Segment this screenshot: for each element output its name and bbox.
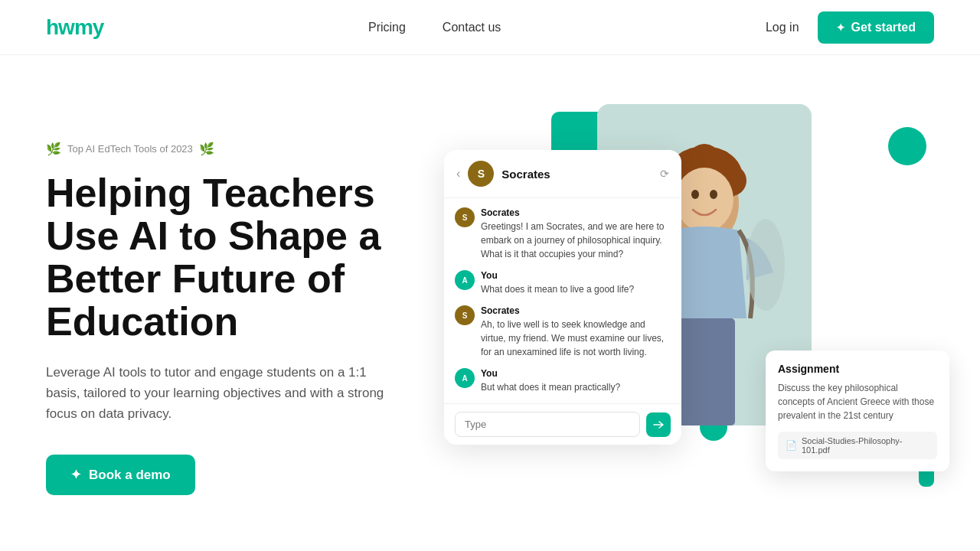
socrates-avatar-2: S bbox=[455, 305, 475, 325]
svg-point-10 bbox=[710, 190, 717, 199]
book-demo-button[interactable]: ✦ Book a demo bbox=[46, 455, 195, 495]
message-text: Ah, to live well is to seek knowledge an… bbox=[481, 318, 671, 359]
logo: hwmy bbox=[46, 15, 103, 40]
file-icon: 📄 bbox=[786, 440, 797, 451]
sparkle-icon-demo: ✦ bbox=[70, 467, 81, 483]
chat-widget: ‹ S Socrates ⟳ S Socrates Greetings! I a… bbox=[444, 150, 681, 445]
leaf-right-icon: 🌿 bbox=[199, 142, 214, 156]
hero-left: 🌿 Top AI EdTech Tools of 2023 🌿 Helping … bbox=[46, 142, 444, 495]
deco-circle-top-right bbox=[888, 127, 926, 165]
login-button[interactable]: Log in bbox=[766, 21, 799, 34]
user-avatar-1: A bbox=[455, 270, 475, 290]
chat-avatar: S bbox=[468, 161, 494, 187]
assignment-card: Assignment Discuss the key philosophical… bbox=[766, 350, 949, 471]
chat-messages: S Socrates Greetings! I am Socrates, and… bbox=[444, 198, 681, 403]
message-row: A You What does it mean to live a good l… bbox=[455, 270, 671, 296]
message-text: Greetings! I am Socrates, and we are her… bbox=[481, 220, 671, 261]
svg-rect-11 bbox=[674, 318, 735, 425]
assignment-title: Assignment bbox=[778, 363, 937, 375]
leaf-left-icon: 🌿 bbox=[46, 142, 61, 156]
socrates-avatar-1: S bbox=[455, 207, 475, 227]
refresh-icon[interactable]: ⟳ bbox=[660, 168, 669, 180]
hero-title: Helping Teachers Use AI to Shape a Bette… bbox=[46, 171, 413, 344]
chat-header: ‹ S Socrates ⟳ bbox=[444, 150, 681, 198]
chat-name: Socrates bbox=[501, 168, 550, 181]
nav-pricing[interactable]: Pricing bbox=[368, 21, 406, 34]
user-avatar-2: A bbox=[455, 368, 475, 388]
chat-input[interactable] bbox=[455, 412, 640, 437]
back-icon[interactable]: ‹ bbox=[456, 167, 460, 181]
message-text: But what does it mean practically? bbox=[481, 380, 671, 394]
nav-links: Pricing Contact us bbox=[368, 21, 501, 34]
hero-section: 🌿 Top AI EdTech Tools of 2023 🌿 Helping … bbox=[0, 55, 980, 551]
message-content: Socrates Greetings! I am Socrates, and w… bbox=[481, 207, 671, 261]
message-content: You But what does it mean practically? bbox=[481, 368, 671, 394]
assignment-file: 📄 Social-Studies-Philosophy-101.pdf bbox=[778, 432, 937, 459]
chat-header-left: ‹ S Socrates bbox=[456, 161, 550, 187]
svg-point-13 bbox=[746, 219, 785, 311]
message-text: What does it mean to live a good life? bbox=[481, 282, 671, 296]
chat-input-row bbox=[444, 403, 681, 445]
message-sender: You bbox=[481, 270, 671, 281]
assignment-text: Discuss the key philosophical concepts o… bbox=[778, 381, 937, 422]
award-badge: 🌿 Top AI EdTech Tools of 2023 🌿 bbox=[46, 142, 413, 156]
file-name: Social-Studies-Philosophy-101.pdf bbox=[802, 436, 929, 455]
sparkle-icon: ✦ bbox=[836, 21, 845, 34]
svg-point-9 bbox=[691, 190, 699, 199]
get-started-button[interactable]: ✦ Get started bbox=[818, 11, 934, 44]
nav-right: Log in ✦ Get started bbox=[766, 11, 934, 44]
message-sender: Socrates bbox=[481, 207, 671, 218]
message-sender: You bbox=[481, 368, 671, 379]
send-button[interactable] bbox=[646, 412, 671, 437]
hero-right: ‹ S Socrates ⟳ S Socrates Greetings! I a… bbox=[444, 104, 934, 533]
message-row: A You But what does it mean practically? bbox=[455, 368, 671, 394]
svg-point-8 bbox=[675, 168, 733, 232]
message-sender: Socrates bbox=[481, 305, 671, 316]
navbar: hwmy Pricing Contact us Log in ✦ Get sta… bbox=[0, 0, 980, 55]
message-row: S Socrates Greetings! I am Socrates, and… bbox=[455, 207, 671, 261]
hero-subtitle: Leverage AI tools to tutor and engage st… bbox=[46, 362, 398, 425]
nav-contact[interactable]: Contact us bbox=[443, 21, 501, 34]
message-row: S Socrates Ah, to live well is to seek k… bbox=[455, 305, 671, 359]
message-content: You What does it mean to live a good lif… bbox=[481, 270, 671, 296]
message-content: Socrates Ah, to live well is to seek kno… bbox=[481, 305, 671, 359]
